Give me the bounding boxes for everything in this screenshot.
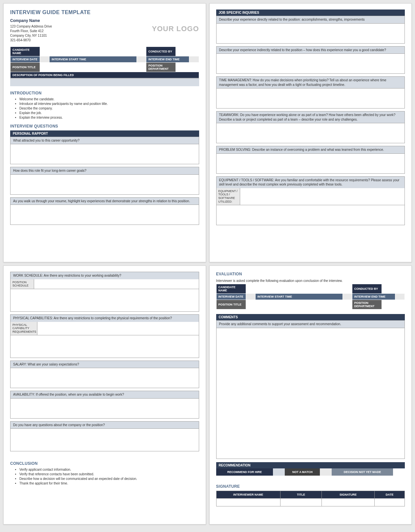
- q-rapport-2: How does this role fit your long-term ca…: [10, 167, 199, 174]
- addr-line-3: Company City, NY 11101: [10, 33, 52, 38]
- a-work-schedule[interactable]: [10, 289, 199, 312]
- work-schedule-value[interactable]: [34, 279, 199, 289]
- a-availability[interactable]: [10, 398, 199, 419]
- a-any-questions[interactable]: [10, 428, 199, 451]
- conclusion-heading: CONCLUSION: [10, 461, 199, 466]
- label-interview-start: INTERVIEW START TIME: [50, 56, 137, 62]
- q-work-schedule: WORK SCHEDULE: Are there any restriction…: [10, 272, 199, 279]
- comments-box[interactable]: [216, 328, 405, 459]
- jsi-6-sublabel-row: EQUIPMENT / TOOLS / SOFTWARE UTILIZED:: [216, 188, 405, 205]
- conclusion-item: Verify applicant contact information.: [19, 468, 199, 471]
- comments-prompt: Provide any additional comments to suppo…: [216, 320, 405, 328]
- jsi-6-label: EQUIPMENT / TOOLS / SOFTWARE UTILIZED:: [217, 188, 240, 205]
- evaluation-note: Interviewer is asked complete the follow…: [216, 279, 405, 283]
- conclusion-list: Verify applicant contact information. Ve…: [10, 468, 199, 485]
- q-jsi-6: EQUIPMENT / TOOLS / SOFTWARE: Are you fa…: [216, 176, 405, 188]
- page-1: INTERVIEW GUIDE TEMPLATE Company Name 12…: [3, 3, 206, 262]
- eval-input-conducted-by[interactable]: [382, 284, 405, 294]
- input-position-title[interactable]: [40, 62, 146, 72]
- introduction-list: Welcome the candidate. Introduce all int…: [10, 97, 199, 119]
- input-interview-end[interactable]: [189, 56, 199, 62]
- a-rapport-2[interactable]: [10, 174, 199, 195]
- eval-input-interview-start[interactable]: [342, 294, 352, 300]
- conclusion-item: Verify that reference contacts have been…: [19, 472, 199, 476]
- q-jsi-5: PROBLEM SOLVING: Describe an instance of…: [216, 146, 405, 153]
- label-conducted-by: CONDUCTED BY: [146, 47, 176, 56]
- input-conducted-by[interactable]: [176, 47, 199, 56]
- comments-bar: COMMENTS: [216, 314, 405, 320]
- q-availability: AVAILABILITY: If offered the position, w…: [10, 391, 199, 398]
- a-jsi-1[interactable]: [216, 23, 405, 44]
- input-candidate-name[interactable]: [40, 47, 146, 56]
- page-2: JOB SPECIFIC INQUIRIES Describe your exp…: [209, 3, 412, 262]
- label-interview-date: INTERVIEW DATE: [10, 56, 40, 62]
- rec-hire-label: RECOMMEND FOR HIRE: [216, 468, 273, 476]
- conclusion-item: Describe how a decision will be communic…: [19, 477, 199, 481]
- sig-col-date: DATE: [375, 491, 405, 498]
- recommendation-bar: RECOMMENDATION: [216, 462, 405, 468]
- a-jsi-2[interactable]: [216, 53, 405, 74]
- a-salary[interactable]: [10, 368, 199, 388]
- label-position-dept: POSITION DEPARTMENT: [146, 62, 176, 72]
- doc-title: INTERVIEW GUIDE TEMPLATE: [10, 10, 199, 15]
- physical-sublabel-row: PHYSICAL CAPABILITY REQUIREMENTS: [10, 322, 199, 335]
- input-description[interactable]: [10, 78, 199, 86]
- input-interview-start[interactable]: [137, 56, 146, 62]
- eval-input-interview-end[interactable]: [395, 294, 405, 300]
- sig-input-signature[interactable]: [322, 498, 375, 506]
- work-schedule-sublabel-row: POSITION SCHEDULE: [10, 279, 199, 289]
- q-rapport-3: As you walk us through your resume, high…: [10, 197, 199, 205]
- sig-input-name[interactable]: [216, 498, 280, 506]
- recommendation-table: RECOMMEND FOR HIRE NOT A MATCH DECISION …: [216, 468, 405, 476]
- intro-item: Describe the company.: [19, 107, 199, 110]
- label-candidate-name: CANDIDATE NAME: [10, 47, 40, 56]
- eval-label-interview-date: INTERVIEW DATE: [216, 294, 246, 300]
- eval-input-position-title[interactable]: [246, 300, 352, 309]
- physical-label: PHYSICAL CAPABILITY REQUIREMENTS: [10, 322, 37, 335]
- sig-col-title: TITLE: [280, 491, 322, 498]
- input-interview-date[interactable]: [40, 56, 50, 62]
- physical-value[interactable]: [37, 322, 199, 335]
- intro-item: Introduce all interview participants by …: [19, 102, 199, 106]
- intro-item: Explain the interview process.: [19, 116, 199, 119]
- jsi-6-value[interactable]: [240, 188, 405, 205]
- job-specific-bar: JOB SPECIFIC INQUIRIES: [216, 10, 405, 16]
- eval-input-position-dept[interactable]: [382, 300, 405, 309]
- eval-input-interview-date[interactable]: [246, 294, 255, 300]
- intro-item: Explain the job.: [19, 111, 199, 115]
- addr-line-1: 123 Company Address Drive: [10, 24, 52, 29]
- a-jsi-3[interactable]: [216, 88, 405, 108]
- company-name: Company Name: [10, 18, 52, 24]
- a-jsi-6[interactable]: [216, 205, 405, 225]
- label-position-title: POSITION TITLE: [10, 62, 40, 72]
- signature-heading: SIGNATURE: [216, 484, 405, 489]
- sig-col-signature: SIGNATURE: [322, 491, 375, 498]
- input-position-dept[interactable]: [176, 62, 199, 72]
- rec-pending-check[interactable]: [393, 468, 405, 476]
- signature-table: INTERVIEWER NAME TITLE SIGNATURE DATE: [216, 491, 405, 506]
- q-jsi-2: Describe your experience indirectly rela…: [216, 46, 405, 54]
- rec-pending-label: DECISION NOT YET MADE: [332, 468, 393, 476]
- a-jsi-5[interactable]: [216, 153, 405, 174]
- rec-notmatch-check[interactable]: [320, 468, 332, 476]
- evaluation-info-table: CANDIDATE NAME CONDUCTED BY INTERVIEW DA…: [216, 284, 405, 309]
- a-jsi-4[interactable]: [216, 123, 405, 143]
- page-4: EVALUATION Interviewer is asked complete…: [209, 266, 412, 524]
- eval-label-candidate-name: CANDIDATE NAME: [216, 284, 246, 294]
- a-physical[interactable]: [10, 335, 199, 358]
- a-rapport-1[interactable]: [10, 144, 199, 164]
- a-rapport-3[interactable]: [10, 205, 199, 225]
- sig-input-date[interactable]: [375, 498, 405, 506]
- sig-input-title[interactable]: [280, 498, 322, 506]
- rec-hire-check[interactable]: [273, 468, 285, 476]
- personal-rapport-bar: PERSONAL RAPPORT: [10, 130, 199, 137]
- rec-notmatch-label: NOT A MATCH: [285, 468, 320, 476]
- eval-input-candidate-name[interactable]: [246, 284, 352, 294]
- interview-questions-heading: INTERVIEW QUESTIONS: [10, 124, 199, 128]
- q-physical: PHYSICAL CAPABILITIES: Are there any res…: [10, 314, 199, 322]
- eval-label-position-dept: POSITION DEPARTMENT: [352, 300, 382, 309]
- eval-label-conducted-by: CONDUCTED BY: [352, 284, 382, 294]
- candidate-info-table: CANDIDATE NAME CONDUCTED BY INTERVIEW DA…: [10, 47, 199, 78]
- work-schedule-label: POSITION SCHEDULE: [10, 279, 34, 289]
- introduction-heading: INTRODUCTION: [10, 91, 199, 95]
